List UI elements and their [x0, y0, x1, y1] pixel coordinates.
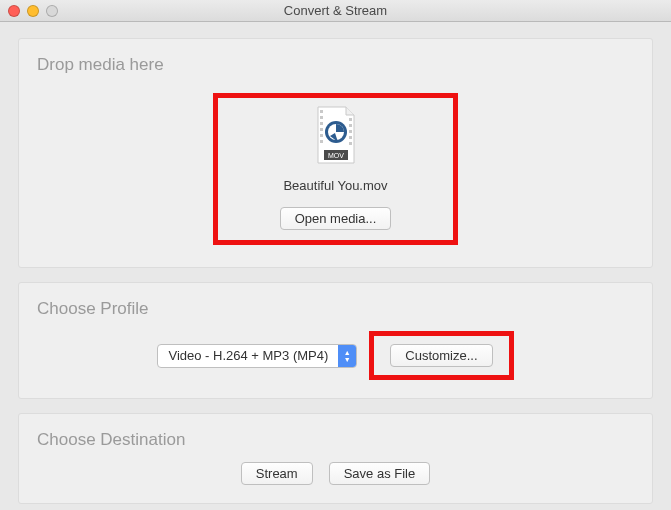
- choose-destination-title: Choose Destination: [37, 430, 636, 450]
- svg-rect-0: [320, 110, 323, 113]
- svg-rect-5: [320, 140, 323, 143]
- updown-arrows-icon: ▲▼: [338, 345, 356, 367]
- svg-rect-10: [349, 142, 352, 145]
- svg-rect-9: [349, 136, 352, 139]
- choose-profile-panel: Choose Profile Video - H.264 + MP3 (MP4)…: [18, 282, 653, 399]
- window-body: Drop media here: [0, 22, 671, 510]
- stream-button[interactable]: Stream: [241, 462, 313, 485]
- open-media-button[interactable]: Open media...: [280, 207, 392, 230]
- destination-row: Stream Save as File: [35, 462, 636, 485]
- annotation-highlight: Customize...: [369, 331, 513, 380]
- svg-rect-7: [349, 124, 352, 127]
- customize-button[interactable]: Customize...: [390, 344, 492, 367]
- svg-rect-6: [349, 118, 352, 121]
- svg-rect-3: [320, 128, 323, 131]
- annotation-highlight: MOV Beautiful You.mov Open media...: [213, 93, 459, 245]
- dropped-file-name: Beautiful You.mov: [283, 178, 387, 193]
- profile-select-value: Video - H.264 + MP3 (MP4): [158, 345, 338, 367]
- drop-media-title: Drop media here: [37, 55, 636, 75]
- drop-area[interactable]: MOV Beautiful You.mov Open media...: [35, 87, 636, 249]
- drop-media-panel: Drop media here: [18, 38, 653, 268]
- titlebar: Convert & Stream: [0, 0, 671, 22]
- video-file-icon: MOV: [312, 106, 360, 164]
- choose-destination-panel: Choose Destination Stream Save as File: [18, 413, 653, 504]
- profile-row: Video - H.264 + MP3 (MP4) ▲▼ Customize..…: [35, 331, 636, 380]
- window-title: Convert & Stream: [0, 3, 671, 18]
- svg-rect-2: [320, 122, 323, 125]
- file-ext-badge: MOV: [328, 152, 344, 159]
- svg-rect-1: [320, 116, 323, 119]
- svg-rect-4: [320, 134, 323, 137]
- profile-select[interactable]: Video - H.264 + MP3 (MP4) ▲▼: [157, 344, 357, 368]
- choose-profile-title: Choose Profile: [37, 299, 636, 319]
- svg-rect-8: [349, 130, 352, 133]
- save-as-file-button[interactable]: Save as File: [329, 462, 431, 485]
